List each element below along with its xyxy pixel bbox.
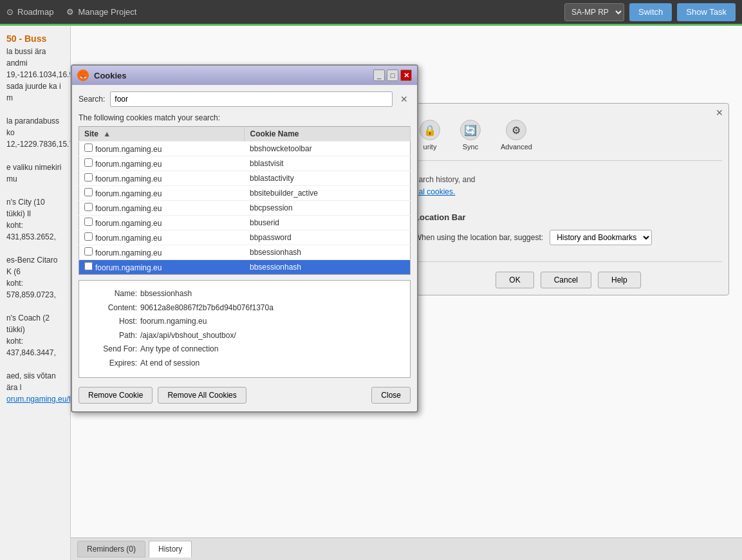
detail-name-value: bbsessionhash: [140, 287, 192, 301]
left-line-5: 12,-1229.7836,15.7: [6, 138, 64, 150]
ok-button[interactable]: OK: [496, 272, 533, 288]
dialog-controls: _ □ ✕: [373, 70, 412, 81]
remove-cookie-button[interactable]: Remove Cookie: [79, 387, 153, 404]
table-row[interactable]: foorum.ngaming.eubbsitebuilder_active: [79, 186, 411, 201]
search-clear-button[interactable]: ✕: [398, 93, 411, 106]
table-row[interactable]: foorum.ngaming.eubbshowcketoolbar: [79, 142, 411, 156]
row-checkbox[interactable]: [84, 262, 93, 270]
location-bar-select[interactable]: History and Bookmarks History Bookmarks …: [550, 230, 652, 245]
switch-button[interactable]: Switch: [629, 3, 672, 21]
show-tasks-button[interactable]: Show Task: [677, 3, 736, 21]
cookies-link[interactable]: ual cookies.: [414, 187, 455, 196]
table-row[interactable]: foorum.ngaming.eubblastvisit: [79, 156, 411, 171]
site-cell: foorum.ngaming.eu: [79, 171, 245, 186]
firefox-logo: 🦊: [77, 70, 89, 81]
site-cell: foorum.ngaming.eu: [79, 186, 245, 201]
row-checkbox[interactable]: [84, 232, 93, 241]
advanced-label: Advanced: [501, 143, 532, 151]
advanced-icon: ⚙: [506, 120, 526, 140]
row-checkbox[interactable]: [84, 247, 93, 256]
sort-arrow-icon: ▲: [103, 129, 111, 138]
left-link[interactable]: orum.ngaming.eu/f: [6, 393, 64, 405]
project-select[interactable]: SA-MP RP: [564, 3, 624, 21]
left-panel: 50 - Buss la bussi ära andmi 19,-1216.10…: [0, 26, 71, 560]
table-row[interactable]: foorum.ngaming.eubbuserid: [79, 216, 411, 230]
dialog-footer: Remove Cookie Remove All Cookies Close: [79, 383, 411, 405]
location-bar-title: Location Bar: [414, 211, 722, 225]
detail-send-for-label: Send For:: [86, 342, 137, 357]
cookie-name-cell: bbcpsession: [245, 201, 411, 216]
detail-name-label: Name:: [86, 287, 137, 301]
detail-host-label: Host:: [86, 315, 137, 329]
left-line-7: n's City (10 tükki) Il: [6, 196, 64, 219]
dialog-title-left: 🦊 Cookies: [77, 70, 127, 81]
table-row[interactable]: foorum.ngaming.eubbpassword: [79, 230, 411, 245]
left-text: 50 - Buss la bussi ära andmi 19,-1216.10…: [6, 32, 64, 405]
minimize-button[interactable]: _: [373, 70, 385, 81]
table-header-row: Site ▲ Cookie Name: [79, 127, 411, 142]
cookie-column-header[interactable]: Cookie Name: [245, 127, 411, 142]
cookie-name-cell: bbshowcketoolbar: [245, 142, 411, 156]
row-checkbox[interactable]: [84, 188, 93, 196]
security-pref-btn[interactable]: 🔒 urity: [414, 117, 445, 154]
table-row[interactable]: foorum.ngaming.eubbsessionhash: [79, 245, 411, 260]
table-row[interactable]: foorum.ngaming.eubbsessionhash: [79, 260, 411, 275]
close-dialog-titlebar-button[interactable]: ✕: [400, 70, 412, 81]
detail-send-for-value: Any type of connection: [140, 342, 218, 357]
help-button[interactable]: Help: [598, 272, 641, 288]
ff-prefs-panel: ✕ 🔒 urity 🔄 Sync ⚙ Advanced earch histor…: [407, 103, 729, 295]
close-button[interactable]: Close: [371, 387, 411, 404]
top-bar-right: SA-MP RP Switch Show Task: [564, 3, 736, 21]
row-checkbox[interactable]: [84, 203, 93, 211]
table-row[interactable]: foorum.ngaming.eubblastactivity: [79, 171, 411, 186]
site-column-header[interactable]: Site ▲: [79, 127, 245, 142]
roadmap-icon: ⊙: [6, 7, 14, 17]
site-cell: foorum.ngaming.eu: [79, 201, 245, 216]
reminders-tab[interactable]: Reminders (0): [77, 541, 145, 557]
row-checkbox[interactable]: [84, 144, 93, 152]
cookie-name-cell: bbpassword: [245, 230, 411, 245]
row-checkbox[interactable]: [84, 173, 93, 182]
left-line-11: n's Coach (2 tükki): [6, 312, 64, 335]
site-cell: foorum.ngaming.eu: [79, 245, 245, 260]
sync-label: Sync: [463, 143, 478, 151]
advanced-pref-btn[interactable]: ⚙ Advanced: [496, 117, 537, 154]
cookies-dialog: 🦊 Cookies _ □ ✕ Search: ✕ The following …: [71, 64, 418, 413]
detail-expires-label: Expires:: [86, 357, 137, 371]
ff-prefs-close-button[interactable]: ✕: [714, 107, 725, 118]
left-line-13: aed, siis võtan ära l: [6, 370, 64, 393]
roadmap-item[interactable]: ⊙ Roadmap: [6, 7, 53, 17]
detail-path-label: Path:: [86, 329, 137, 343]
left-line-8: koht: 431,853.2652,: [6, 219, 64, 243]
detail-host-value: foorum.ngaming.eu: [140, 315, 207, 329]
maximize-button[interactable]: □: [387, 70, 398, 81]
left-line-10: koht: 578,859.0723,: [6, 277, 64, 301]
search-input[interactable]: [110, 91, 393, 107]
site-cell: foorum.ngaming.eu: [79, 156, 245, 171]
history-tab[interactable]: History: [149, 541, 192, 557]
dialog-body: Search: ✕ The following cookies match yo…: [72, 85, 417, 411]
detail-path-row: Path: /ajax/api/vbshout_shoutbox/: [86, 329, 403, 343]
table-row[interactable]: foorum.ngaming.eubbcpsession: [79, 201, 411, 216]
manage-project-item[interactable]: ⚙ Manage Project: [66, 7, 136, 17]
detail-expires-value: At end of session: [140, 357, 199, 371]
sync-pref-btn[interactable]: 🔄 Sync: [455, 117, 486, 154]
detail-content-label: Content:: [86, 301, 137, 315]
row-checkbox[interactable]: [84, 158, 93, 167]
left-line-12: koht: 437,846.3447,: [6, 335, 64, 359]
top-bar: ⊙ Roadmap ⚙ Manage Project SA-MP RP Swit…: [0, 0, 742, 26]
left-line-4: la parandabuss ko: [6, 115, 64, 138]
detail-send-for-row: Send For: Any type of connection: [86, 342, 403, 357]
detail-host-row: Host: foorum.ngaming.eu: [86, 315, 403, 329]
gear-icon: ⚙: [66, 7, 74, 17]
site-cell: foorum.ngaming.eu: [79, 216, 245, 230]
remove-all-cookies-button[interactable]: Remove All Cookies: [158, 387, 246, 404]
cookie-name-cell: bbsessionhash: [245, 260, 411, 275]
row-checkbox[interactable]: [84, 218, 93, 226]
dialog-titlebar: 🦊 Cookies _ □ ✕: [72, 66, 417, 85]
cancel-button[interactable]: Cancel: [541, 272, 591, 288]
match-text: The following cookies match your search:: [79, 113, 411, 122]
detail-expires-row: Expires: At end of session: [86, 357, 403, 371]
search-row: Search: ✕: [79, 91, 411, 107]
left-line-2: 19,-1216.1034,16.9: [6, 69, 64, 80]
